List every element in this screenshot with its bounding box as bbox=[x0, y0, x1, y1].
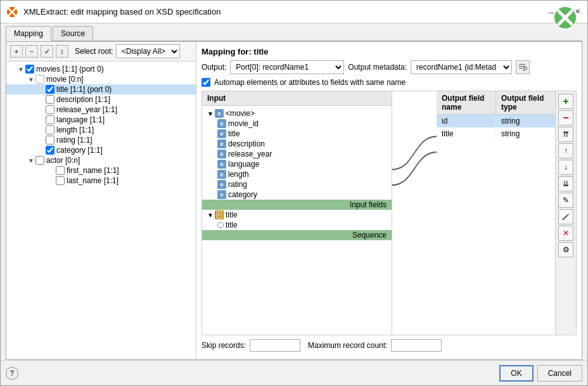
tree-item-last-name[interactable]: ▶ last_name [1:1] bbox=[6, 176, 196, 186]
tree-item-movie[interactable]: ▼ movie [0:n] bbox=[6, 74, 196, 84]
tree-item-rating[interactable]: ▶ rating [1:1] bbox=[6, 135, 196, 145]
tree-item-title[interactable]: ▶ title [1:1] (port 0) bbox=[6, 84, 196, 94]
tab-source[interactable]: Source bbox=[53, 26, 93, 41]
automap-row: Automap elements or attributes to fields… bbox=[201, 78, 577, 87]
checkbox-movie[interactable] bbox=[35, 75, 44, 84]
input-item-language[interactable]: e language bbox=[202, 159, 392, 169]
delete-mapping-button[interactable]: ✕ bbox=[558, 226, 573, 241]
checkbox-last-name[interactable] bbox=[56, 176, 65, 185]
checkbox-length[interactable] bbox=[46, 125, 54, 134]
input-item-rating[interactable]: e rating bbox=[202, 179, 392, 190]
tree-item-movies[interactable]: ▼ movies [1:1] (port 0) bbox=[6, 64, 196, 74]
tree-label-actor: actor [0:n] bbox=[46, 156, 80, 165]
input-item-movie-id[interactable]: e movie_id bbox=[202, 119, 392, 129]
automap-checkbox[interactable] bbox=[201, 78, 210, 87]
sort-node-button[interactable]: ↕ bbox=[56, 45, 68, 58]
tree-label-language: language [1:1] bbox=[56, 115, 105, 124]
tree-item-category[interactable]: ▶ category [1:1] bbox=[6, 145, 196, 155]
select-root-dropdown[interactable]: <Display All> bbox=[116, 44, 180, 58]
add-node-button[interactable]: + bbox=[10, 45, 23, 58]
tree-label-title: title [1:1] (port 0) bbox=[56, 85, 112, 94]
window-title: XMLExtract: edit mapping based on XSD sp… bbox=[23, 7, 220, 16]
tree-label-category: category [1:1] bbox=[56, 146, 103, 155]
move-up-button[interactable]: ↑ bbox=[558, 143, 573, 158]
app-icon bbox=[6, 6, 18, 18]
checkbox-description[interactable] bbox=[46, 95, 54, 104]
input-item-title-group[interactable]: ▼ title bbox=[202, 210, 392, 220]
edit-button[interactable]: ✎ bbox=[558, 193, 573, 208]
tree-item-language[interactable]: ▶ language [1:1] bbox=[6, 115, 196, 125]
edit-metadata-button[interactable] bbox=[516, 60, 530, 74]
remove-node-button[interactable]: − bbox=[25, 45, 38, 58]
tab-mapping[interactable]: Mapping bbox=[6, 26, 51, 41]
circle-icon bbox=[217, 222, 224, 228]
input-label-description: description bbox=[228, 139, 265, 148]
move-top-button[interactable]: ⇈ bbox=[558, 127, 573, 142]
footer-left: ? bbox=[6, 367, 18, 380]
input-label-title-field: title bbox=[226, 221, 238, 229]
input-item-length[interactable]: e length bbox=[202, 169, 392, 179]
checkbox-movies[interactable] bbox=[25, 65, 34, 74]
e-badge: e bbox=[215, 109, 224, 118]
tree-label-last-name: last_name [1:1] bbox=[67, 176, 118, 185]
input-item-title[interactable]: e title bbox=[202, 129, 392, 139]
checkbox-actor[interactable] bbox=[35, 156, 44, 165]
select-root-label: Select root: bbox=[75, 47, 113, 56]
output-meta-dropdown[interactable]: recordName1 (id:Metad bbox=[411, 60, 512, 74]
tree-label-first-name: first_name [1:1] bbox=[67, 166, 119, 175]
ok-button[interactable]: OK bbox=[499, 365, 533, 382]
max-records-input[interactable] bbox=[391, 339, 442, 352]
checkbox-rating[interactable] bbox=[46, 136, 54, 145]
automap-btn[interactable] bbox=[558, 209, 573, 224]
expander[interactable]: ▼ bbox=[27, 75, 35, 84]
edit-icon bbox=[518, 63, 527, 72]
expander[interactable]: ▼ bbox=[16, 65, 25, 74]
remove-field-button[interactable]: − bbox=[558, 110, 573, 125]
tree-item-release-year[interactable]: ▶ release_year [1:1] bbox=[6, 105, 196, 115]
checkbox-first-name[interactable] bbox=[56, 166, 65, 175]
check-node-button[interactable]: ✓ bbox=[41, 45, 53, 58]
input-label-title: title bbox=[228, 129, 240, 138]
tree-item-description[interactable]: ▶ description [1:1] bbox=[6, 94, 196, 105]
footer-bar: ? OK Cancel bbox=[1, 360, 587, 385]
output-cell-type-id: string bbox=[496, 115, 555, 127]
tree-item-actor[interactable]: ▼ actor [0:n] bbox=[6, 155, 196, 165]
input-item-category[interactable]: e category bbox=[202, 190, 392, 200]
svg-line-11 bbox=[563, 215, 568, 220]
output-row-title[interactable]: title string bbox=[437, 127, 555, 140]
cancel-button[interactable]: Cancel bbox=[537, 365, 582, 382]
sequence-banner: Sequence bbox=[202, 230, 392, 240]
move-down-button[interactable]: ↓ bbox=[558, 160, 573, 175]
checkbox-category[interactable] bbox=[46, 146, 54, 155]
input-item-description[interactable]: e description bbox=[202, 139, 392, 149]
checkbox-language[interactable] bbox=[46, 115, 54, 124]
tree-area: ▼ movies [1:1] (port 0) ▼ movie [0:n] bbox=[6, 61, 196, 359]
input-label-movie-id: movie_id bbox=[228, 119, 259, 128]
add-field-button[interactable]: + bbox=[558, 94, 573, 109]
output-table-body: id string title string bbox=[437, 115, 555, 335]
max-records-row: Maximum record count: bbox=[308, 339, 442, 352]
output-dropdown[interactable]: Port[0]: recordName1 bbox=[230, 60, 344, 74]
output-cell-type-title: string bbox=[496, 127, 555, 140]
input-item-title-field[interactable]: title bbox=[202, 220, 392, 230]
expander-movie[interactable]: ▼ bbox=[207, 110, 214, 117]
settings-button[interactable]: ⚙ bbox=[558, 242, 573, 257]
tabs-row: Mapping Source bbox=[6, 26, 582, 41]
checkbox-title[interactable] bbox=[46, 85, 54, 94]
input-item-movie[interactable]: ▼ e <movie> bbox=[202, 108, 392, 119]
output-cell-name-title: title bbox=[437, 127, 496, 140]
tree-item-length[interactable]: ▶ length [1:1] bbox=[6, 125, 196, 135]
skip-records-input[interactable] bbox=[250, 339, 300, 352]
expander[interactable]: ▼ bbox=[27, 156, 35, 165]
tree-item-first-name[interactable]: ▶ first_name [1:1] bbox=[6, 165, 196, 176]
input-item-release-year[interactable]: e release_year bbox=[202, 149, 392, 159]
input-label-title-group: title bbox=[226, 210, 238, 219]
content-area: Mapping Source + − ✓ ↕ Select root: <Dis… bbox=[1, 23, 587, 360]
output-section: Output field name Output field type id s… bbox=[437, 91, 555, 335]
expander-title-group[interactable]: ▼ bbox=[207, 212, 214, 219]
help-button[interactable]: ? bbox=[6, 367, 18, 380]
move-bottom-button[interactable]: ⇊ bbox=[558, 176, 573, 191]
svg-rect-3 bbox=[519, 66, 525, 67]
output-row-id[interactable]: id string bbox=[437, 115, 555, 127]
checkbox-release-year[interactable] bbox=[46, 105, 54, 114]
